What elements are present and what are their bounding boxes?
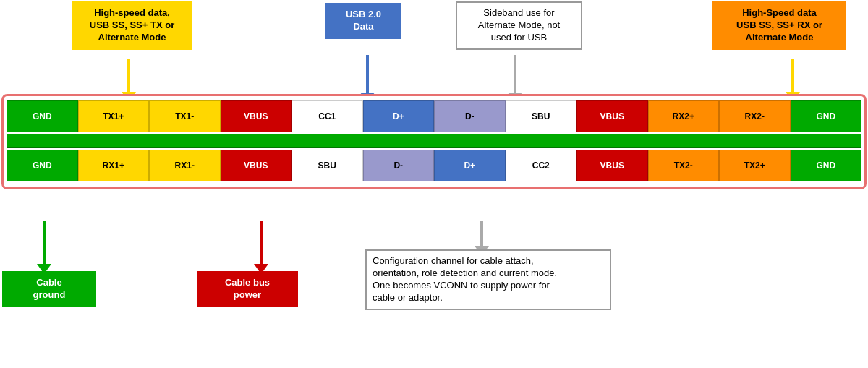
pin-cell-rx2minus: RX2- bbox=[719, 100, 791, 132]
annotation-top-center-right: Sideband use for Alternate Mode, not use… bbox=[456, 1, 582, 50]
pin-cell-dminus: D- bbox=[363, 150, 435, 181]
pin-cell-cc2: CC2 bbox=[506, 150, 577, 181]
pin-cell-dplus: D+ bbox=[434, 150, 506, 181]
config-channel-text: Configuration channel for cable attach, … bbox=[373, 255, 557, 303]
annotation-config-channel: Configuration channel for cable attach, … bbox=[365, 249, 611, 310]
diagram: High-speed data, USB SS, SS+ TX or Alter… bbox=[0, 0, 868, 368]
pin-cell-gnd: GND bbox=[7, 150, 78, 181]
cable-bus-power-text: Cable bus power bbox=[225, 277, 270, 300]
pin-cell-vbus: VBUS bbox=[221, 150, 292, 181]
pin-cell-rx1plus: RX1+ bbox=[78, 150, 150, 181]
pin-cell-cc1: CC1 bbox=[292, 100, 363, 132]
arrow-bottom-red bbox=[254, 221, 268, 274]
pin-cell-rx1minus: RX1- bbox=[149, 150, 221, 181]
pin-cell-gnd: GND bbox=[791, 100, 862, 132]
annotation-cable-bus-power: Cable bus power bbox=[197, 271, 298, 307]
pin-cell-gnd: GND bbox=[791, 150, 862, 181]
bottom-pin-row: GNDRX1+RX1-VBUSSBUD-D+CC2VBUSTX2-TX2+GND bbox=[7, 150, 861, 181]
pin-cell-dminus: D- bbox=[434, 100, 506, 132]
pin-cell-tx2minus: TX2- bbox=[648, 150, 720, 181]
arrow-bottom-green bbox=[37, 221, 51, 274]
top-pin-row: GNDTX1+TX1-VBUSCC1D+D-SBUVBUSRX2+RX2-GND bbox=[7, 100, 861, 132]
pin-cell-tx1plus: TX1+ bbox=[78, 100, 150, 132]
pin-cell-tx1minus: TX1- bbox=[149, 100, 221, 132]
pin-cell-rx2plus: RX2+ bbox=[648, 100, 720, 132]
pin-cell-sbu: SBU bbox=[506, 100, 577, 132]
pin-cell-vbus: VBUS bbox=[576, 150, 648, 181]
pin-cell-vbus: VBUS bbox=[221, 100, 292, 132]
annotation-top-left: High-speed data, USB SS, SS+ TX or Alter… bbox=[72, 1, 192, 50]
pin-cell-dplus: D+ bbox=[363, 100, 435, 132]
annotation-cable-ground: Cable ground bbox=[2, 271, 96, 307]
annotation-top-right: High-Speed data USB SS, SS+ RX or Altern… bbox=[712, 1, 846, 50]
pin-cell-vbus: VBUS bbox=[576, 100, 648, 132]
cable-ground-text: Cable ground bbox=[33, 277, 66, 300]
pin-cell-sbu: SBU bbox=[292, 150, 363, 181]
connector-area: GNDTX1+TX1-VBUSCC1D+D-SBUVBUSRX2+RX2-GND… bbox=[1, 94, 867, 189]
spacer-row bbox=[7, 134, 861, 148]
annotation-top-center: USB 2.0 Data bbox=[326, 3, 401, 39]
pin-cell-tx2plus: TX2+ bbox=[719, 150, 791, 181]
pin-cell-gnd: GND bbox=[7, 100, 78, 132]
